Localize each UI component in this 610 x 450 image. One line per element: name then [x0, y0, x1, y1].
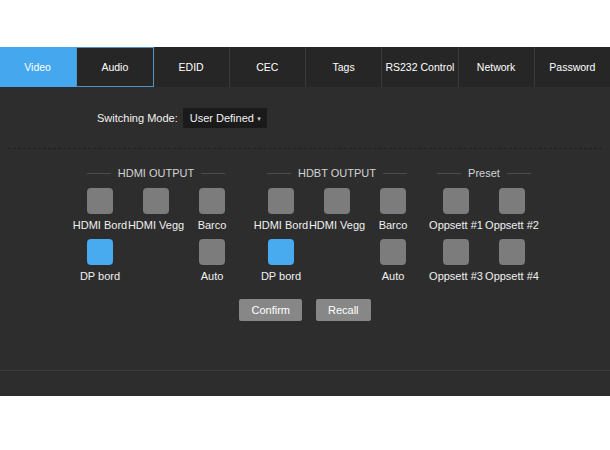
- preset-oppsett-2-label: Oppsett #2: [485, 219, 539, 231]
- button-cell: Barco: [184, 188, 240, 231]
- switching-mode-value: User Defined: [190, 112, 254, 124]
- preset-oppsett-3-label: Oppsett #3: [429, 270, 483, 282]
- switching-mode-label: Switching Mode:: [97, 112, 178, 124]
- hdmi-output-auto-button[interactable]: [199, 239, 225, 265]
- tab-edid[interactable]: EDID: [154, 47, 230, 87]
- tab-network[interactable]: Network: [459, 47, 535, 87]
- hdbt-output-auto-label: Auto: [382, 270, 405, 282]
- preset-oppsett-4-label: Oppsett #4: [485, 270, 539, 282]
- recall-button[interactable]: Recall: [316, 299, 371, 321]
- group-title-preset: Preset: [428, 166, 540, 180]
- group-title-hdbt-output: HDBT OUTPUT: [253, 166, 421, 180]
- button-cell: Oppsett #2: [484, 188, 540, 231]
- switching-mode-select[interactable]: User Defined ▾: [183, 108, 267, 128]
- group-preset: PresetOppsett #1Oppsett #2Oppsett #3Opps…: [428, 153, 540, 282]
- button-cell: HDMI Vegg: [309, 188, 365, 231]
- dashed-separator: [8, 148, 602, 149]
- button-row: Oppsett #1Oppsett #2: [428, 188, 540, 231]
- tab-video[interactable]: Video: [0, 47, 76, 87]
- tab-bar: VideoAudioEDIDCECTagsRS232 ControlNetwor…: [0, 47, 610, 87]
- button-cell: HDMI Vegg: [128, 188, 184, 231]
- action-row: Confirm Recall: [0, 299, 610, 321]
- preset-oppsett-2-button[interactable]: [499, 188, 525, 214]
- hdbt-output-barco-button[interactable]: [380, 188, 406, 214]
- button-row: Oppsett #3Oppsett #4: [428, 239, 540, 282]
- hdbt-output-hdmi-vegg-label: HDMI Vegg: [309, 219, 365, 231]
- switcher-panel: VideoAudioEDIDCECTagsRS232 ControlNetwor…: [0, 47, 610, 396]
- button-cell: HDMI Bord: [253, 188, 309, 231]
- tab-cec[interactable]: CEC: [230, 47, 306, 87]
- hdmi-output-auto-label: Auto: [201, 270, 224, 282]
- page: VideoAudioEDIDCECTagsRS232 ControlNetwor…: [0, 0, 610, 450]
- chevron-down-icon: ▾: [257, 115, 261, 122]
- empty-cell: [128, 239, 184, 282]
- hdmi-output-hdmi-bord-button[interactable]: [87, 188, 113, 214]
- panel-footer: [0, 371, 610, 416]
- hdmi-output-hdmi-bord-label: HDMI Bord: [73, 219, 127, 231]
- hdmi-output-barco-button[interactable]: [199, 188, 225, 214]
- button-cell: Auto: [365, 239, 421, 282]
- hdmi-output-dp-bord-button[interactable]: [87, 239, 113, 265]
- group-title-hdmi-output: HDMI OUTPUT: [72, 166, 240, 180]
- preset-oppsett-1-label: Oppsett #1: [429, 219, 483, 231]
- button-cell: Oppsett #3: [428, 239, 484, 282]
- button-cell: Oppsett #4: [484, 239, 540, 282]
- video-tab-content: Switching Mode: User Defined ▾ HDMI OUTP…: [0, 108, 610, 371]
- button-cell: Auto: [184, 239, 240, 282]
- button-cell: HDMI Bord: [72, 188, 128, 231]
- button-cell: DP bord: [72, 239, 128, 282]
- button-cell: DP bord: [253, 239, 309, 282]
- hdmi-output-dp-bord-label: DP bord: [80, 270, 120, 282]
- hdbt-output-hdmi-bord-button[interactable]: [268, 188, 294, 214]
- hdbt-output-barco-label: Barco: [379, 219, 408, 231]
- tab-tags[interactable]: Tags: [306, 47, 382, 87]
- button-row: HDMI BordHDMI VeggBarco: [253, 188, 421, 231]
- button-row: HDMI BordHDMI VeggBarco: [72, 188, 240, 231]
- confirm-button[interactable]: Confirm: [239, 299, 302, 321]
- hdbt-output-auto-button[interactable]: [380, 239, 406, 265]
- button-cell: Barco: [365, 188, 421, 231]
- empty-cell: [309, 239, 365, 282]
- tab-audio[interactable]: Audio: [76, 47, 153, 87]
- preset-oppsett-1-button[interactable]: [443, 188, 469, 214]
- tab-rs232-control[interactable]: RS232 Control: [382, 47, 458, 87]
- switching-mode-row: Switching Mode: User Defined ▾: [97, 108, 610, 128]
- group-hdmi-output: HDMI OUTPUTHDMI BordHDMI VeggBarcoDP bor…: [72, 153, 240, 282]
- hdmi-output-hdmi-vegg-button[interactable]: [143, 188, 169, 214]
- group-hdbt-output: HDBT OUTPUTHDMI BordHDMI VeggBarcoDP bor…: [253, 153, 421, 282]
- preset-oppsett-4-button[interactable]: [499, 239, 525, 265]
- button-cell: Oppsett #1: [428, 188, 484, 231]
- tab-password[interactable]: Password: [535, 47, 610, 87]
- preset-oppsett-3-button[interactable]: [443, 239, 469, 265]
- hdbt-output-hdmi-bord-label: HDMI Bord: [254, 219, 308, 231]
- hdbt-output-hdmi-vegg-button[interactable]: [324, 188, 350, 214]
- button-row: DP bordAuto: [253, 239, 421, 282]
- hdbt-output-dp-bord-label: DP bord: [261, 270, 301, 282]
- hdbt-output-dp-bord-button[interactable]: [268, 239, 294, 265]
- output-groups: HDMI OUTPUTHDMI BordHDMI VeggBarcoDP bor…: [0, 153, 610, 282]
- button-row: DP bordAuto: [72, 239, 240, 282]
- hdmi-output-hdmi-vegg-label: HDMI Vegg: [128, 219, 184, 231]
- hdmi-output-barco-label: Barco: [198, 219, 227, 231]
